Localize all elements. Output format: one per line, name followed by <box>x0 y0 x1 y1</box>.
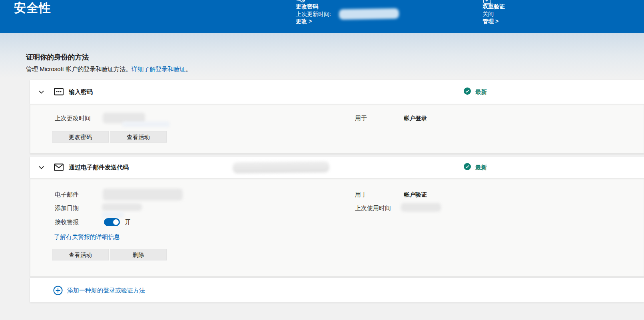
email-card-body: 电子邮件 添加日期 接收警报 开 了解有关警报的详细信息 用于 帐户验证 上次使… <box>30 178 644 276</box>
two-step-status: 关闭 <box>483 11 494 18</box>
last-used-label: 上次使用时间 <box>355 205 391 212</box>
change-password-button[interactable]: 更改密码 <box>52 131 109 143</box>
change-password-title: 更改密码 <box>296 3 318 10</box>
date-added-label: 添加日期 <box>55 205 79 212</box>
receive-alerts-label: 接收警报 <box>55 219 79 226</box>
email-label: 电子邮件 <box>55 191 79 199</box>
password-status-text: 最新 <box>475 88 487 96</box>
add-method-row[interactable]: 添加一种新的登录或验证方法 <box>30 278 644 302</box>
used-for-label: 用于 <box>355 115 367 122</box>
used-for-value: 帐户验证 <box>404 191 427 199</box>
two-step-manage-link[interactable]: 管理 > <box>483 18 498 25</box>
check-circle-icon <box>464 163 471 172</box>
password-card-title: 输入密码 <box>69 88 93 96</box>
change-password-link[interactable]: 更改 > <box>296 18 312 25</box>
banner-two-step-tile[interactable]: 双重验证 关闭 管理 > <box>483 0 570 33</box>
password-card-header[interactable]: 输入密码 最新 <box>30 80 644 104</box>
chevron-down-icon[interactable] <box>38 89 45 95</box>
section-description: 管理 Microsoft 帐户的登录和验证方法。详细了解登录和验证。 <box>26 66 191 73</box>
used-for-label: 用于 <box>355 191 367 199</box>
redacted-last-update-value <box>339 8 399 20</box>
page-banner: 安全性 更改密码 上次更新时间: 更改 > 双重验证 关闭 管理 > <box>0 0 644 33</box>
password-status-badge: 最新 <box>464 87 487 96</box>
password-last-update-label: 上次更新时间: <box>296 11 331 18</box>
last-changed-label: 上次更改时间 <box>55 115 91 122</box>
view-activity-button[interactable]: 查看活动 <box>110 131 167 143</box>
redacted-email-address <box>233 161 329 174</box>
redacted-smudge <box>102 212 124 218</box>
redacted-smudge <box>122 121 170 127</box>
redacted-email-value <box>103 189 183 201</box>
security-page: 安全性 更改密码 上次更新时间: 更改 > 双重验证 关闭 管理 > 证明你的身… <box>0 0 644 320</box>
section-description-text: 管理 Microsoft 帐户的登录和验证方法。 <box>26 66 132 72</box>
banner-change-password-tile[interactable]: 更改密码 上次更新时间: 更改 > <box>296 0 400 33</box>
chevron-down-icon[interactable] <box>38 164 45 171</box>
learn-more-link[interactable]: 详细了解登录和验证 <box>132 66 185 72</box>
used-for-value: 帐户登录 <box>404 115 427 122</box>
alerts-state-text: 开 <box>125 219 131 226</box>
view-activity-button[interactable]: 查看活动 <box>52 249 109 260</box>
sentence-end: 。 <box>185 66 191 72</box>
email-status-badge: 最新 <box>464 163 487 172</box>
email-card-header[interactable]: 通过电子邮件发送代码 最新 <box>30 157 644 178</box>
password-card-body: 上次更改时间 用于 帐户登录 更改密码 查看活动 <box>30 104 644 153</box>
section-heading: 证明你的身份的方法 <box>26 52 89 62</box>
alerts-learn-more-link[interactable]: 了解有关警报的详细信息 <box>54 233 120 241</box>
mail-icon <box>54 163 64 173</box>
email-card-title: 通过电子邮件发送代码 <box>69 164 129 171</box>
email-status-text: 最新 <box>475 164 487 171</box>
redacted-last-used-value <box>401 203 441 212</box>
page-title: 安全性 <box>14 0 51 16</box>
password-icon <box>54 88 64 97</box>
delete-button[interactable]: 删除 <box>110 249 167 260</box>
check-circle-icon <box>464 87 471 96</box>
plus-circle-icon[interactable] <box>53 286 63 297</box>
two-step-title: 双重验证 <box>483 3 505 10</box>
redacted-date-added-value <box>102 203 142 211</box>
add-method-link[interactable]: 添加一种新的登录或验证方法 <box>67 286 145 294</box>
alerts-toggle[interactable] <box>104 218 120 226</box>
toggle-knob <box>113 219 119 225</box>
